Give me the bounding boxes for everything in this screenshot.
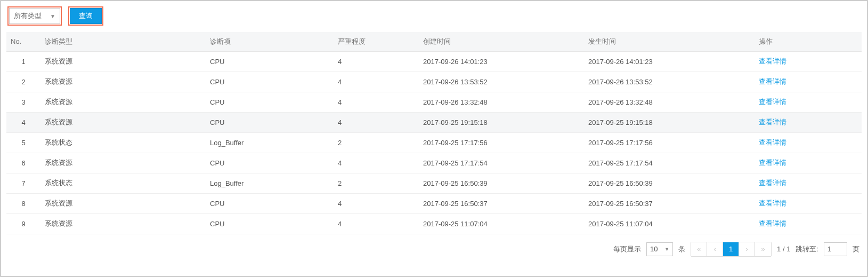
filter-type-select[interactable]: 所有类型 ▼ [9, 8, 60, 24]
table-row: 6系统资源CPU42017-09-25 17:17:542017-09-25 1… [6, 153, 862, 173]
cell-created: 2017-09-25 17:17:56 [419, 132, 584, 153]
cell-severity: 4 [334, 112, 419, 132]
cell-type: 系统资源 [40, 153, 206, 173]
table-row: 3系统资源CPU42017-09-26 13:32:482017-09-26 1… [6, 92, 862, 112]
view-detail-link[interactable]: 查看详情 [759, 98, 786, 106]
view-detail-link[interactable]: 查看详情 [759, 138, 786, 146]
cell-occurred: 2017-09-25 17:17:54 [584, 153, 755, 173]
col-action: 操作 [755, 32, 862, 51]
caret-down-icon: ▼ [664, 247, 669, 252]
filter-select-highlight: 所有类型 ▼ [7, 6, 62, 26]
cell-created: 2017-09-25 19:15:18 [419, 112, 584, 132]
table-row: 2系统资源CPU42017-09-26 13:53:522017-09-26 1… [6, 72, 862, 92]
cell-occurred: 2017-09-25 16:50:39 [584, 173, 755, 193]
cell-item: CPU [206, 92, 334, 112]
cell-severity: 2 [334, 132, 419, 153]
col-item: 诊断项 [206, 32, 334, 51]
view-detail-link[interactable]: 查看详情 [759, 118, 786, 126]
diagnosis-table: No. 诊断类型 诊断项 严重程度 创建时间 发生时间 操作 1系统资源CPU4… [6, 32, 862, 234]
col-severity: 严重程度 [334, 32, 419, 51]
filter-type-value: 所有类型 [14, 11, 42, 21]
cell-severity: 4 [334, 92, 419, 112]
query-button-highlight: 查询 [68, 6, 103, 26]
cell-type: 系统状态 [40, 132, 206, 153]
cell-occurred: 2017-09-25 11:07:04 [584, 213, 755, 234]
cell-created: 2017-09-26 13:32:48 [419, 92, 584, 112]
table-row: 1系统资源CPU42017-09-26 14:01:232017-09-26 1… [6, 51, 862, 72]
cell-item: Log_Buffer [206, 132, 334, 153]
per-page-label: 每页显示 [613, 244, 641, 254]
cell-type: 系统资源 [40, 51, 206, 72]
table-row: 5系统状态Log_Buffer22017-09-25 17:17:562017-… [6, 132, 862, 153]
cell-created: 2017-09-25 17:17:54 [419, 153, 584, 173]
cell-no: 1 [6, 51, 40, 72]
jump-label: 跳转至: [796, 244, 818, 254]
table-row: 7系统状态Log_Buffer22017-09-25 16:50:392017-… [6, 173, 862, 193]
cell-created: 2017-09-26 13:53:52 [419, 72, 584, 92]
cell-created: 2017-09-25 11:07:04 [419, 213, 584, 234]
cell-occurred: 2017-09-26 14:01:23 [584, 51, 755, 72]
col-no: No. [6, 32, 40, 51]
cell-no: 5 [6, 132, 40, 153]
cell-item: CPU [206, 213, 334, 234]
cell-item: CPU [206, 193, 334, 213]
cell-occurred: 2017-09-25 17:17:56 [584, 132, 755, 153]
cell-item: CPU [206, 153, 334, 173]
cell-severity: 2 [334, 173, 419, 193]
pager: 每页显示 10 ▼ 条 « ‹ 1 › » 1 / 1 跳转至: 页 [6, 242, 862, 257]
cell-type: 系统资源 [40, 213, 206, 234]
cell-severity: 4 [334, 193, 419, 213]
page-size-value: 10 [650, 245, 658, 253]
view-detail-link[interactable]: 查看详情 [759, 159, 786, 167]
cell-created: 2017-09-26 14:01:23 [419, 51, 584, 72]
prev-page-button[interactable]: ‹ [707, 242, 723, 256]
last-page-button[interactable]: » [755, 242, 771, 256]
page-total: 1 / 1 [777, 245, 790, 253]
view-detail-link[interactable]: 查看详情 [759, 179, 786, 187]
query-button[interactable]: 查询 [70, 8, 102, 24]
cell-type: 系统资源 [40, 112, 206, 132]
col-occurred: 发生时间 [584, 32, 755, 51]
cell-no: 3 [6, 92, 40, 112]
table-row: 4系统资源CPU42017-09-25 19:15:182017-09-25 1… [6, 112, 862, 132]
cell-item: Log_Buffer [206, 173, 334, 193]
cell-severity: 4 [334, 153, 419, 173]
view-detail-link[interactable]: 查看详情 [759, 57, 786, 65]
cell-type: 系统状态 [40, 173, 206, 193]
cell-occurred: 2017-09-26 13:53:52 [584, 72, 755, 92]
cell-no: 9 [6, 213, 40, 234]
unit-label: 条 [678, 244, 685, 254]
jump-suffix: 页 [853, 244, 859, 254]
next-page-button[interactable]: › [739, 242, 755, 256]
view-detail-link[interactable]: 查看详情 [759, 77, 786, 85]
cell-occurred: 2017-09-25 19:15:18 [584, 112, 755, 132]
page-number-current[interactable]: 1 [723, 242, 739, 256]
cell-type: 系统资源 [40, 92, 206, 112]
cell-type: 系统资源 [40, 72, 206, 92]
col-created: 创建时间 [419, 32, 584, 51]
caret-down-icon: ▼ [50, 13, 55, 19]
cell-no: 8 [6, 193, 40, 213]
view-detail-link[interactable]: 查看详情 [759, 219, 786, 227]
col-type: 诊断类型 [40, 32, 206, 51]
toolbar: 所有类型 ▼ 查询 [6, 6, 862, 26]
jump-input[interactable] [824, 242, 847, 256]
page-size-select[interactable]: 10 ▼ [646, 242, 673, 256]
first-page-button[interactable]: « [691, 242, 707, 256]
cell-item: CPU [206, 112, 334, 132]
page-frame: 所有类型 ▼ 查询 No. 诊断类型 诊断项 严重程度 创建时间 发生时间 [0, 0, 868, 277]
view-detail-link[interactable]: 查看详情 [759, 199, 786, 207]
cell-no: 6 [6, 153, 40, 173]
table-header-row: No. 诊断类型 诊断项 严重程度 创建时间 发生时间 操作 [6, 32, 862, 51]
cell-severity: 4 [334, 72, 419, 92]
table-row: 8系统资源CPU42017-09-25 16:50:372017-09-25 1… [6, 193, 862, 213]
cell-item: CPU [206, 72, 334, 92]
cell-severity: 4 [334, 51, 419, 72]
cell-occurred: 2017-09-26 13:32:48 [584, 92, 755, 112]
page-nav: « ‹ 1 › » [691, 242, 772, 257]
cell-type: 系统资源 [40, 193, 206, 213]
cell-no: 4 [6, 112, 40, 132]
cell-created: 2017-09-25 16:50:37 [419, 193, 584, 213]
cell-created: 2017-09-25 16:50:39 [419, 173, 584, 193]
cell-item: CPU [206, 51, 334, 72]
